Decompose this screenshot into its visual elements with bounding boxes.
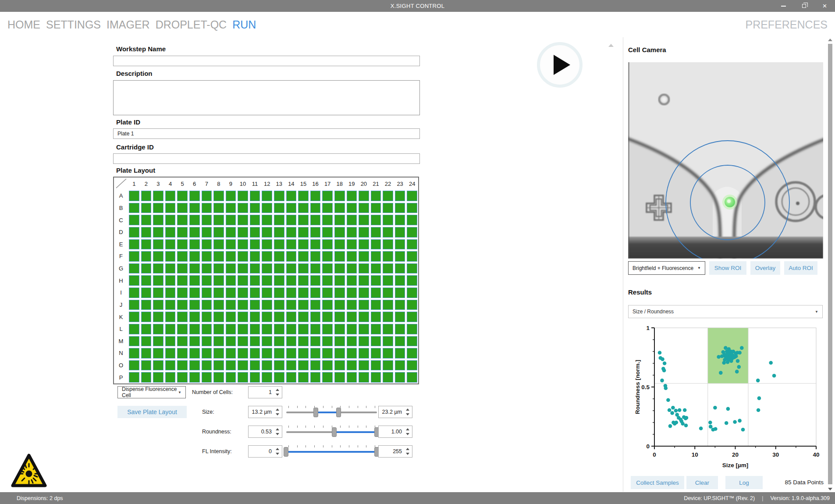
well-O23[interactable]: [395, 360, 405, 371]
plate-column-header-12[interactable]: 12: [261, 177, 273, 190]
well-O5[interactable]: [177, 360, 188, 371]
well-F2[interactable]: [141, 251, 152, 262]
well-J15[interactable]: [298, 300, 309, 310]
well-P13[interactable]: [274, 372, 284, 383]
well-B3[interactable]: [153, 203, 163, 213]
well-F24[interactable]: [407, 251, 417, 262]
plate-column-header-2[interactable]: 2: [140, 177, 153, 190]
cartridge-id-input[interactable]: [113, 153, 420, 164]
roundness-max-stepper[interactable]: 1.00: [378, 426, 412, 438]
nav-tab-droplet-qc[interactable]: DROPLET-QC: [156, 18, 227, 31]
well-C13[interactable]: [274, 215, 284, 225]
well-L16[interactable]: [310, 324, 321, 334]
well-P16[interactable]: [310, 372, 321, 383]
well-A13[interactable]: [274, 191, 284, 201]
plate-column-header-20[interactable]: 20: [358, 177, 370, 190]
well-C1[interactable]: [129, 215, 139, 225]
well-P21[interactable]: [371, 372, 381, 383]
well-P14[interactable]: [286, 372, 297, 383]
well-A14[interactable]: [286, 191, 297, 201]
well-J11[interactable]: [250, 300, 260, 310]
well-G3[interactable]: [153, 263, 163, 274]
well-K11[interactable]: [250, 312, 260, 322]
well-I22[interactable]: [383, 287, 393, 298]
plate-row-header-B[interactable]: B: [114, 202, 128, 214]
log-button[interactable]: Log: [725, 476, 763, 489]
well-A4[interactable]: [165, 191, 176, 201]
plate-column-header-24[interactable]: 24: [406, 177, 418, 190]
well-E12[interactable]: [262, 239, 272, 250]
well-E24[interactable]: [407, 239, 417, 250]
run-play-button[interactable]: [537, 42, 583, 88]
well-K21[interactable]: [371, 312, 381, 322]
well-N18[interactable]: [334, 348, 345, 358]
well-E10[interactable]: [238, 239, 248, 250]
well-J17[interactable]: [322, 300, 333, 310]
well-E9[interactable]: [226, 239, 236, 250]
well-E13[interactable]: [274, 239, 284, 250]
plate-column-header-14[interactable]: 14: [285, 177, 298, 190]
well-K23[interactable]: [395, 312, 405, 322]
well-E19[interactable]: [347, 239, 357, 250]
well-G6[interactable]: [189, 263, 200, 274]
well-I3[interactable]: [153, 287, 163, 298]
well-H12[interactable]: [262, 275, 272, 286]
well-D14[interactable]: [286, 227, 297, 238]
well-G11[interactable]: [250, 263, 260, 274]
spinner-down-icon[interactable]: [406, 413, 409, 415]
well-E14[interactable]: [286, 239, 297, 250]
well-J13[interactable]: [274, 300, 284, 310]
well-A18[interactable]: [334, 191, 345, 201]
well-K17[interactable]: [322, 312, 333, 322]
well-F8[interactable]: [213, 251, 224, 262]
well-C5[interactable]: [177, 215, 188, 225]
well-F18[interactable]: [334, 251, 345, 262]
well-A22[interactable]: [383, 191, 393, 201]
well-I17[interactable]: [322, 287, 333, 298]
well-H10[interactable]: [238, 275, 248, 286]
well-N23[interactable]: [395, 348, 405, 358]
well-E15[interactable]: [298, 239, 309, 250]
well-L2[interactable]: [141, 324, 152, 334]
well-A3[interactable]: [153, 191, 163, 201]
well-H8[interactable]: [213, 275, 224, 286]
well-J8[interactable]: [213, 300, 224, 310]
well-I11[interactable]: [250, 287, 260, 298]
well-E20[interactable]: [359, 239, 369, 250]
well-F22[interactable]: [383, 251, 393, 262]
well-P24[interactable]: [407, 372, 417, 383]
well-H11[interactable]: [250, 275, 260, 286]
well-K13[interactable]: [274, 312, 284, 322]
well-I12[interactable]: [262, 287, 272, 298]
plate-column-header-17[interactable]: 17: [321, 177, 334, 190]
well-H24[interactable]: [407, 275, 417, 286]
well-L23[interactable]: [395, 324, 405, 334]
well-D23[interactable]: [395, 227, 405, 238]
well-I20[interactable]: [359, 287, 369, 298]
well-O17[interactable]: [322, 360, 333, 371]
well-F19[interactable]: [347, 251, 357, 262]
well-B15[interactable]: [298, 203, 309, 213]
size-min-stepper[interactable]: 13.2 µm: [248, 406, 282, 418]
spinner-down-icon[interactable]: [276, 394, 279, 396]
well-J20[interactable]: [359, 300, 369, 310]
well-A15[interactable]: [298, 191, 309, 201]
well-N19[interactable]: [347, 348, 357, 358]
well-G2[interactable]: [141, 263, 152, 274]
spinner-up-icon[interactable]: [406, 448, 409, 450]
plate-row-header-J[interactable]: J: [114, 299, 128, 311]
well-L20[interactable]: [359, 324, 369, 334]
well-M6[interactable]: [189, 336, 200, 347]
well-A20[interactable]: [359, 191, 369, 201]
well-C3[interactable]: [153, 215, 163, 225]
well-J2[interactable]: [141, 300, 152, 310]
spinner-up-icon[interactable]: [276, 408, 279, 411]
well-I2[interactable]: [141, 287, 152, 298]
well-L14[interactable]: [286, 324, 297, 334]
spinner-down-icon[interactable]: [406, 433, 409, 435]
well-D16[interactable]: [310, 227, 321, 238]
well-N22[interactable]: [383, 348, 393, 358]
well-P12[interactable]: [262, 372, 272, 383]
well-J18[interactable]: [334, 300, 345, 310]
well-B14[interactable]: [286, 203, 297, 213]
